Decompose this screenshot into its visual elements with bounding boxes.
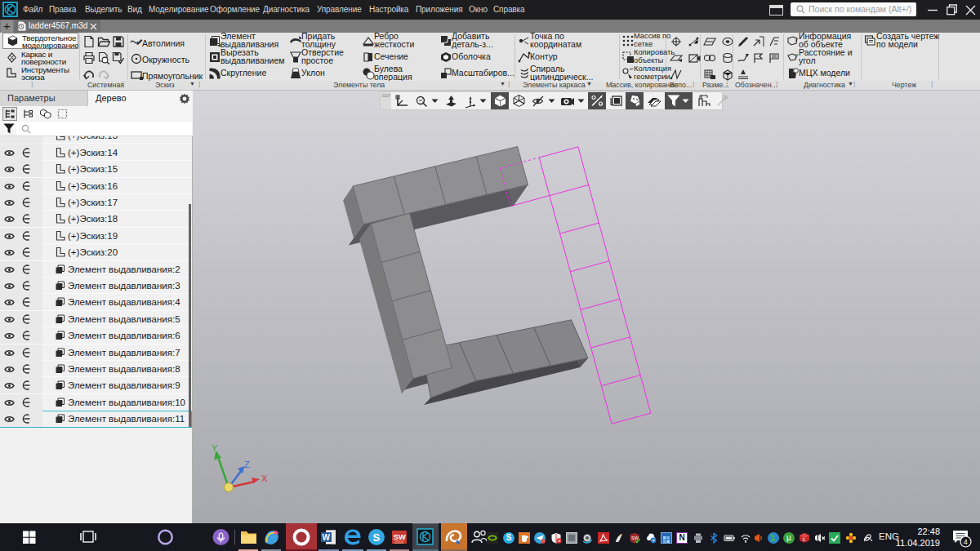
svg-text:S: S bbox=[373, 531, 381, 544]
svg-text:Z: Z bbox=[244, 460, 250, 469]
svg-text:?: ? bbox=[794, 36, 798, 43]
svg-text:2016: 2016 bbox=[394, 540, 403, 544]
svg-text:W: W bbox=[323, 533, 331, 542]
svg-text:4: 4 bbox=[964, 538, 968, 546]
svg-text:SW: SW bbox=[631, 535, 639, 540]
svg-text:X: X bbox=[261, 473, 268, 483]
svg-text:Y: Y bbox=[212, 443, 218, 453]
